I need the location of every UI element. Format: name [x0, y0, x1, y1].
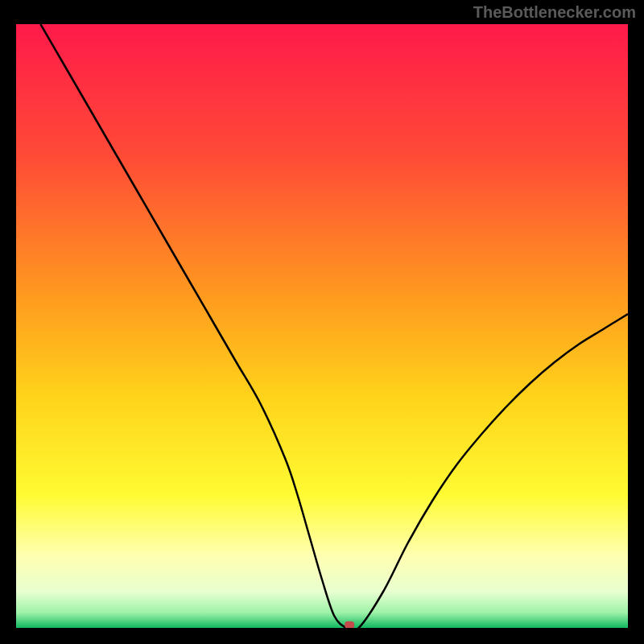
- plot-area: [16, 24, 628, 628]
- watermark: TheBottleneсker.com: [473, 3, 636, 22]
- optimal-point-marker: [345, 621, 354, 628]
- chart-container: TheBottleneсker.com: [0, 0, 644, 644]
- bottleneck-chart: [16, 24, 628, 628]
- gradient-background: [16, 24, 628, 628]
